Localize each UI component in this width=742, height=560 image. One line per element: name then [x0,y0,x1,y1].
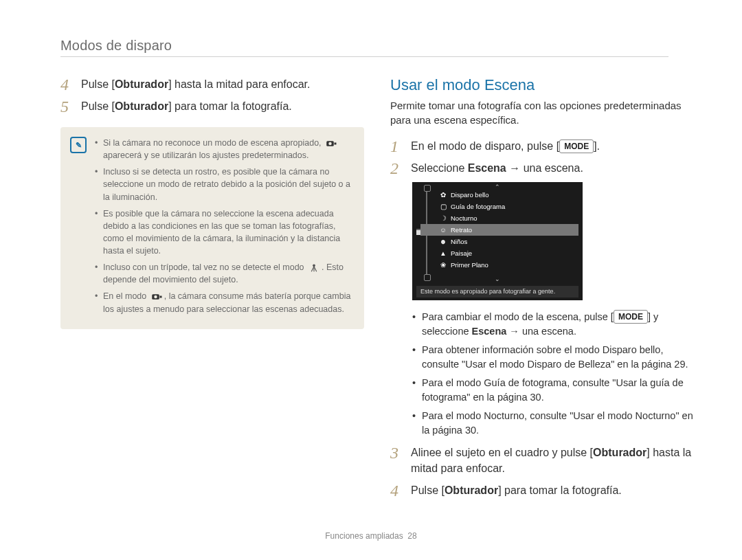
text: ] para tomar la fotografía. [168,100,292,112]
text: ] hasta la mitad para enfocar. [168,78,310,90]
step-4-left: 4 Pulse [Obturador] hasta la mitad para … [60,76,364,93]
scene-icon: ☽ [440,214,447,222]
scene-label: Retrato [451,226,472,234]
svg-point-1 [328,142,332,145]
smart-camera-icon [150,292,163,302]
text-bold: Obturador [115,78,168,90]
scene-label: Paisaje [451,249,472,257]
step-text: En el modo de disparo, pulse [MODE]. [411,138,600,154]
camera-screen-mock: ⌃ ✿Disparo bello▢Guía de fotograma☽Noctu… [412,182,583,300]
scene-label: Niños [451,238,467,245]
step-3-right: 3 Alinee el sujeto en el cuadro y pulse … [390,445,694,476]
scene-list: ✿Disparo bello▢Guía de fotograma☽Nocturn… [420,189,578,271]
smart-camera-icon [325,139,337,148]
text: Pulse [ [81,78,115,90]
mode-badge: MODE [559,139,594,153]
mode-badge: MODE [614,310,648,324]
tip-item: Para el modo Nocturno, consulte "Usar el… [412,409,694,438]
scene-icon: ✿ [440,191,447,199]
step-number: 1 [390,138,401,155]
step-4-right: 4 Pulse [Obturador] para tomar la fotogr… [390,482,694,499]
text: Pulse [ [81,100,115,112]
text-bold: Obturador [445,484,498,496]
scene-row: ✿Disparo bello [420,189,578,201]
tips-list: Para cambiar el modo de la escena, pulse… [390,310,694,438]
tip-item: Para obtener información sobre el modo D… [412,343,694,372]
scene-icon: ☺ [440,226,447,234]
text: Pulse [ [411,484,445,496]
note-icon: ✎ [70,137,87,153]
scene-icon: ▲ [440,249,447,257]
svg-rect-9 [159,296,161,298]
text-bold: Escena [468,162,506,174]
arrow: → [506,162,524,174]
scene-row: ☽Nocturno [420,212,578,224]
step-text: Alinee el sujeto en el cuadro y pulse [O… [411,445,694,476]
scene-row: ☺Retrato [420,224,578,236]
note-box: ✎ Si la cámara no reconoce un modo de es… [60,127,364,329]
scene-icon: ☻ [440,238,447,245]
page-number: 28 [407,531,416,541]
note-list: Si la cámara no reconoce un modo de esce… [95,137,352,320]
step-number: 2 [390,160,401,177]
svg-point-3 [313,264,315,267]
chevron-down-icon: ⌄ [495,276,500,282]
step-text: Pulse [Obturador] para tomar la fotograf… [411,482,622,498]
scene-icon: ▢ [440,203,447,210]
scene-label: Nocturno [451,214,477,222]
note-item: Incluso con un trípode, tal vez no se de… [95,261,352,286]
scene-icon: ❀ [440,261,447,269]
two-column-layout: 4 Pulse [Obturador] hasta la mitad para … [60,76,694,504]
step-1-right: 1 En el modo de disparo, pulse [MODE]. [390,138,694,155]
text-bold: Obturador [593,447,647,458]
step-text: Pulse [Obturador] hasta la mitad para en… [81,76,310,92]
text: En el modo de disparo, pulse [ [411,140,559,152]
scene-row: ☻Niños [420,236,578,247]
manual-page: Modos de disparo 4 Pulse [Obturador] has… [0,0,742,560]
step-2-right: 2 Seleccione Escena → una escena. [390,160,694,177]
text: ] para tomar la fotografía. [498,484,622,496]
step-number: 3 [390,445,401,461]
scene-label: Guía de fotograma [451,203,505,210]
note-item: En el modo , la cámara consume más bater… [95,290,352,315]
step-number: 4 [390,482,401,499]
text: ]. [594,140,600,152]
svg-rect-2 [335,142,337,144]
tip-item: Para el modo Guía de fotograma, consulte… [412,376,694,405]
step-number: 5 [60,98,71,115]
text: → una escena. [506,326,576,337]
subheading: Usar el modo Escena [390,76,694,94]
step-text: Pulse [Obturador] para tomar la fotograf… [81,98,292,114]
step-number: 4 [60,76,71,93]
text: Seleccione [411,162,468,174]
page-footer: Funciones ampliadas 28 [0,531,742,541]
section-title: Modos de disparo [60,38,668,57]
tripod-icon [308,263,320,273]
note-item: Incluso si se detecta un rostro, es posi… [95,166,352,203]
step-5-left: 5 Pulse [Obturador] para tomar la fotogr… [60,98,364,115]
text-bold: Obturador [115,100,168,112]
left-column: 4 Pulse [Obturador] hasta la mitad para … [60,76,364,504]
text: Alinee el sujeto en el cuadro y pulse [ [411,447,593,458]
scene-row: ▢Guía de fotograma [420,201,578,212]
footer-label: Funciones ampliadas [325,531,403,541]
scene-label: Disparo bello [451,191,488,199]
scene-description: Este modo es apropiado para fotografiar … [416,286,578,298]
step-text: Seleccione Escena → una escena. [411,160,583,176]
text-bold: Escena [472,326,507,337]
right-column: Usar el modo Escena Permite tomar una fo… [390,76,694,504]
scene-row: ❀Primer Plano [420,259,578,271]
text: Para cambiar el modo de la escena, pulse… [422,311,614,322]
scene-row: ▲Paisaje [420,247,578,259]
scene-label: Primer Plano [451,261,488,269]
tip-item: Para cambiar el modo de la escena, pulse… [412,310,694,339]
svg-point-8 [154,295,157,299]
text: una escena. [524,162,583,174]
note-item: Es posible que la cámara no seleccione l… [95,208,352,258]
note-item: Si la cámara no reconoce un modo de esce… [95,137,352,161]
intro-text: Permite tomar una fotografía con las opc… [390,98,694,127]
